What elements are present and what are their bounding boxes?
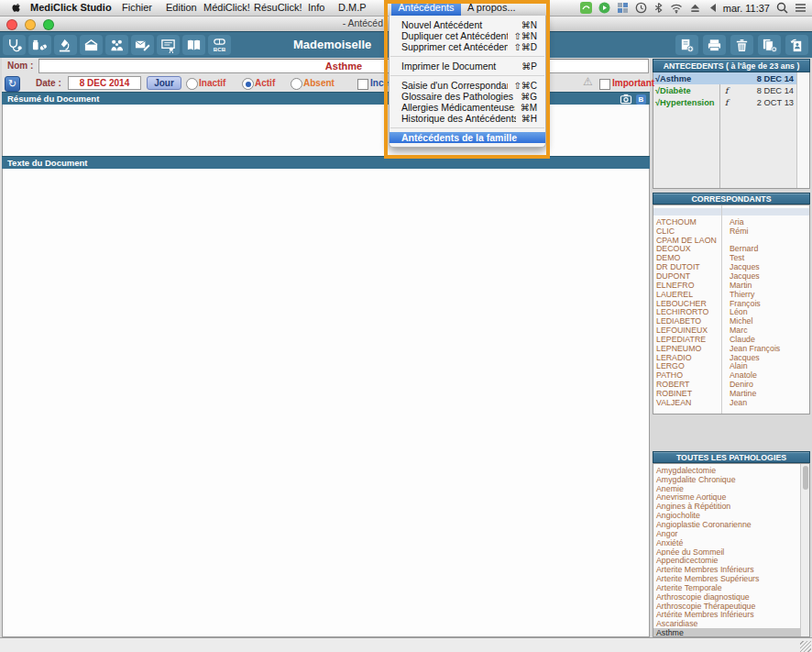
zoom-button[interactable]	[43, 19, 54, 30]
delete-button[interactable]	[730, 35, 753, 55]
courrier-button[interactable]	[80, 35, 103, 55]
notification-center-icon[interactable]	[795, 2, 807, 14]
correspondant-row[interactable]: DR DUTOIT Jacques	[653, 262, 809, 271]
antecedent-row[interactable]: √Hypertension f 2 OCT 13	[653, 96, 809, 108]
correspondant-row[interactable]: LERADIO Jacques	[653, 353, 809, 362]
nom-input[interactable]: Asthme	[38, 59, 649, 73]
checkbox-important[interactable]	[599, 79, 610, 90]
correspondant-row[interactable]: CPAM DE LAON	[653, 236, 809, 245]
camera-icon[interactable]	[620, 94, 632, 105]
antecedent-row[interactable]: √Asthme 8 DEC 14	[653, 72, 809, 84]
pathology-item[interactable]: Apnée du Sommeil	[653, 547, 801, 557]
close-button[interactable]	[6, 19, 17, 30]
menubar-item-apropos[interactable]: A propos...	[467, 0, 516, 16]
pathology-item[interactable]: Angioplastie Coronarienne	[653, 520, 801, 529]
dossier-button[interactable]	[182, 35, 205, 55]
correspondant-row[interactable]: DEMO Test	[653, 253, 809, 262]
refresh-date-button[interactable]: ↻	[5, 76, 20, 92]
antecedent-row[interactable]: √Diabète f 8 DEC 14	[653, 84, 809, 96]
pathology-item[interactable]: Arthroscopie Thérapeutique	[653, 602, 801, 611]
menubar-app-name[interactable]: MediClick Studio	[30, 0, 112, 16]
menu-item[interactable]: Historique des Antécédents ⌘H	[390, 113, 545, 124]
pathology-item[interactable]: Anemie	[653, 484, 801, 493]
duplicate-document-button[interactable]	[758, 35, 781, 55]
certificat-button[interactable]	[157, 35, 180, 55]
pathology-item[interactable]: Amygdalite Chronique	[653, 475, 801, 484]
minimize-button[interactable]	[25, 19, 36, 30]
play-app-icon[interactable]	[598, 2, 610, 14]
pathology-item[interactable]: Anxiété	[653, 538, 801, 547]
menubar-clock[interactable]: mar. 11:37	[723, 3, 770, 14]
import-document-button[interactable]	[785, 35, 808, 55]
menubar-item-edition[interactable]: Edition	[166, 0, 197, 16]
menu-item[interactable]: Saisie d'un Correspondant ⇧⌘C	[390, 80, 545, 91]
pathology-item[interactable]: Arterite Membres Inférieurs	[653, 565, 801, 574]
pathology-item[interactable]: Anevrisme Aortique	[653, 493, 801, 503]
menu-item[interactable]	[390, 124, 545, 132]
time-machine-icon[interactable]	[635, 2, 647, 14]
radio-actif[interactable]	[242, 78, 254, 90]
pathology-item[interactable]: Ascaridiase	[653, 619, 801, 628]
spotlight-icon[interactable]	[776, 2, 788, 14]
correspondant-row[interactable]: CLIC Rémi	[653, 227, 809, 236]
volume-icon[interactable]	[708, 2, 717, 14]
eject-icon[interactable]	[689, 2, 701, 14]
bluetooth-icon[interactable]	[653, 2, 664, 14]
medication-button[interactable]	[28, 35, 51, 55]
menubar-item-antecedents-active[interactable]: Antécédents	[391, 0, 461, 16]
pathology-item[interactable]: Arterite Membres Supérieurs	[653, 574, 801, 583]
pathology-item[interactable]: Angines à Répétition	[653, 502, 801, 511]
correspondants-list[interactable]: ATCHOUM Aria CLIC Rémi CPAM DE LAON DECO…	[653, 204, 810, 414]
menu-item[interactable]	[390, 72, 545, 80]
pathology-item[interactable]: Arthroscopie diagnostique	[653, 592, 801, 602]
checkbox-incertain[interactable]	[357, 79, 368, 90]
correspondant-row[interactable]: ELNEFRO Martin	[653, 281, 809, 290]
pathology-item[interactable]: Asthme	[653, 628, 801, 637]
print-button[interactable]	[703, 35, 726, 55]
correspondant-row[interactable]: LEPEDIATRE Claude	[653, 335, 809, 344]
date-input[interactable]: 8 DEC 2014	[68, 76, 141, 90]
correspondant-row[interactable]: DECOUX Bernard	[653, 245, 809, 254]
correspondant-row[interactable]: LEPNEUMO Jean François	[653, 344, 809, 353]
menubar-item-resuclick[interactable]: RésuClick!	[254, 0, 302, 16]
correspondant-row[interactable]: DUPONT Jacques	[653, 271, 809, 281]
radio-inactif[interactable]	[186, 78, 198, 90]
radio-absent[interactable]	[291, 78, 302, 90]
correspondant-row[interactable]: ROBINET Martine	[653, 389, 809, 398]
pathology-item[interactable]: Arterite Temporale	[653, 583, 801, 592]
green-app-icon[interactable]	[580, 2, 592, 14]
correspondant-row[interactable]: LERGO Alain	[653, 362, 809, 371]
pathologies-list[interactable]: Amygdalectomie Amygdalite Chronique Anem…	[653, 463, 810, 637]
menubar-item-dmp[interactable]: D.M.P	[338, 0, 367, 16]
resume-text-area[interactable]	[2, 104, 650, 157]
new-document-button[interactable]	[675, 35, 698, 55]
antecedents-scrollbar[interactable]	[796, 72, 809, 188]
correspondant-row[interactable]: LECHIRORTO Léon	[653, 307, 809, 316]
bcb-button[interactable]: BCB	[208, 35, 231, 55]
stethoscope-button[interactable]	[3, 35, 26, 55]
biology-button[interactable]	[54, 35, 77, 55]
menu-item[interactable]: Allergies Médicamenteuses ⌘M	[390, 102, 545, 113]
correspondant-row[interactable]: VALJEAN Jean	[653, 398, 809, 407]
correspondant-row[interactable]: ROBERT Deniro	[653, 380, 809, 389]
correspondant-row[interactable]: LEDIABETO Michel	[653, 316, 809, 326]
apple-menu[interactable]	[11, 2, 21, 17]
resize-grip[interactable]	[800, 641, 811, 652]
squares-app-icon[interactable]	[617, 2, 629, 14]
pathology-item[interactable]: Amygdalectomie	[653, 466, 801, 475]
menubar-item-fichier[interactable]: Fichier	[122, 0, 152, 16]
menu-item[interactable]: Dupliquer cet Antécédent ⇧⌘N	[390, 30, 545, 41]
menu-item[interactable]: Glossaire des Pathologies ⌘G	[390, 91, 545, 102]
correspondant-row[interactable]: ATCHOUM Aria	[653, 217, 809, 227]
famille-button[interactable]	[105, 35, 128, 55]
correspondant-row[interactable]: LEBOUCHER François	[653, 299, 809, 308]
pathologies-scrollbar[interactable]	[800, 464, 809, 636]
pathology-item[interactable]: Appendicectomie	[653, 556, 801, 565]
menu-item[interactable]: Imprimer le Document ⌘P	[390, 61, 545, 72]
pathology-item[interactable]: Angor	[653, 529, 801, 538]
correspondant-row[interactable]: LAUEREL Thierry	[653, 290, 809, 299]
jour-button[interactable]: Jour	[147, 76, 181, 90]
menubar-item-info[interactable]: Info	[308, 0, 324, 16]
menu-item[interactable]: Nouvel Antécédent ⌘N	[390, 19, 545, 30]
courrier-redige-button[interactable]	[131, 35, 154, 55]
